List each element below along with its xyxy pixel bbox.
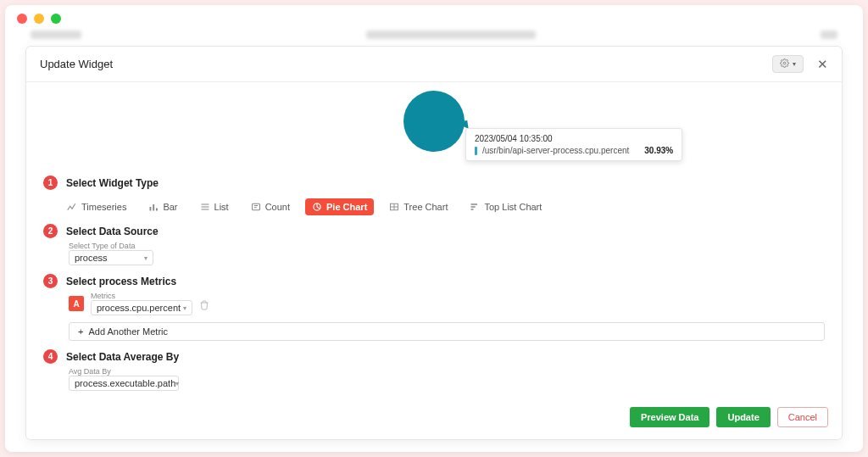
widget-type-label: Timeseries bbox=[81, 202, 126, 212]
gear-icon bbox=[780, 59, 789, 70]
plus-icon: + bbox=[78, 326, 83, 337]
pie-chart-icon bbox=[403, 91, 465, 152]
tooltip-swatch bbox=[475, 147, 477, 155]
window-minimize-dot[interactable] bbox=[34, 14, 44, 24]
step-number-3: 3 bbox=[43, 274, 58, 288]
window-close-dot[interactable] bbox=[17, 14, 27, 24]
update-widget-modal: Update Widget ▾ ✕ 2023/05/04 10:35:00 bbox=[25, 46, 843, 440]
chevron-down-icon: ▾ bbox=[793, 60, 796, 68]
widget-type-bar[interactable]: Bar bbox=[142, 198, 184, 215]
svg-point-0 bbox=[783, 62, 786, 64]
toplist-icon bbox=[470, 202, 480, 212]
bar-icon bbox=[148, 202, 159, 212]
list-icon bbox=[200, 202, 210, 212]
step-title-metrics: Select process Metrics bbox=[66, 276, 176, 287]
add-metric-label: Add Another Metric bbox=[88, 326, 168, 337]
step-title-data-source: Select Data Source bbox=[66, 226, 159, 237]
chevron-down-icon: ▾ bbox=[175, 380, 179, 387]
widget-type-tree-chart[interactable]: Tree Chart bbox=[382, 198, 454, 215]
avg-by-label: Avg Data By bbox=[69, 367, 825, 376]
update-button[interactable]: Update bbox=[716, 407, 770, 427]
chart-tooltip: 2023/05/04 10:35:00 /usr/bin/api-server-… bbox=[465, 128, 682, 161]
preview-data-button[interactable]: Preview Data bbox=[630, 407, 709, 427]
cancel-button[interactable]: Cancel bbox=[777, 407, 828, 427]
svg-rect-4 bbox=[252, 203, 259, 210]
chevron-down-icon: ▾ bbox=[183, 304, 186, 312]
count-icon bbox=[251, 202, 261, 212]
tree-icon bbox=[389, 202, 399, 212]
widget-type-timeseries[interactable]: Timeseries bbox=[60, 198, 133, 215]
metric-tag-a: A bbox=[69, 296, 84, 311]
widget-type-label: List bbox=[214, 202, 229, 212]
tooltip-series-label: /usr/bin/api-server-process.cpu.percent bbox=[482, 146, 629, 155]
data-source-select[interactable]: process ▾ bbox=[69, 250, 153, 265]
widget-type-list[interactable]: List bbox=[193, 198, 236, 215]
settings-dropdown-button[interactable]: ▾ bbox=[772, 55, 804, 73]
tooltip-timestamp: 2023/05/04 10:35:00 bbox=[475, 134, 673, 143]
widget-type-label: Count bbox=[265, 202, 290, 212]
data-source-value: process bbox=[75, 253, 108, 263]
metric-value: process.cpu.percent bbox=[97, 303, 181, 313]
step-title-average-by: Select Data Average By bbox=[66, 351, 179, 363]
metric-select[interactable]: process.cpu.percent ▾ bbox=[91, 300, 192, 315]
widget-type-count[interactable]: Count bbox=[244, 198, 297, 215]
timeseries-icon bbox=[67, 202, 77, 212]
step-number-1: 1 bbox=[43, 176, 58, 190]
metrics-label: Metrics bbox=[91, 292, 192, 300]
data-source-label: Select Type of Data bbox=[69, 242, 825, 250]
window-maximize-dot[interactable] bbox=[51, 14, 61, 24]
chevron-down-icon: ▾ bbox=[144, 254, 147, 262]
background-blurred-content bbox=[31, 31, 837, 47]
modal-title: Update Widget bbox=[40, 58, 113, 70]
tooltip-series-value: 30.93% bbox=[644, 146, 673, 155]
add-another-metric-button[interactable]: + Add Another Metric bbox=[69, 322, 825, 341]
svg-rect-1 bbox=[150, 207, 152, 211]
svg-rect-2 bbox=[153, 204, 155, 211]
widget-type-pie-chart[interactable]: Pie Chart bbox=[305, 198, 374, 215]
widget-type-top-list[interactable]: Top List Chart bbox=[463, 198, 548, 215]
step-number-4: 4 bbox=[43, 349, 58, 364]
svg-rect-3 bbox=[156, 209, 158, 211]
chart-preview: 2023/05/04 10:35:00 /usr/bin/api-server-… bbox=[43, 91, 825, 167]
step-number-2: 2 bbox=[43, 224, 58, 238]
trash-icon[interactable] bbox=[199, 300, 209, 313]
avg-by-value: process.executable.path bbox=[75, 378, 175, 388]
close-icon[interactable]: ✕ bbox=[817, 57, 828, 72]
step-title-widget-type: Select Widget Type bbox=[66, 177, 159, 189]
widget-type-label: Bar bbox=[163, 202, 177, 212]
pie-chart-type-icon bbox=[312, 202, 322, 212]
avg-by-select[interactable]: process.executable.path ▾ bbox=[69, 376, 179, 391]
widget-type-label: Tree Chart bbox=[403, 202, 448, 212]
widget-type-label: Pie Chart bbox=[326, 202, 367, 212]
widget-type-label: Top List Chart bbox=[484, 202, 542, 212]
